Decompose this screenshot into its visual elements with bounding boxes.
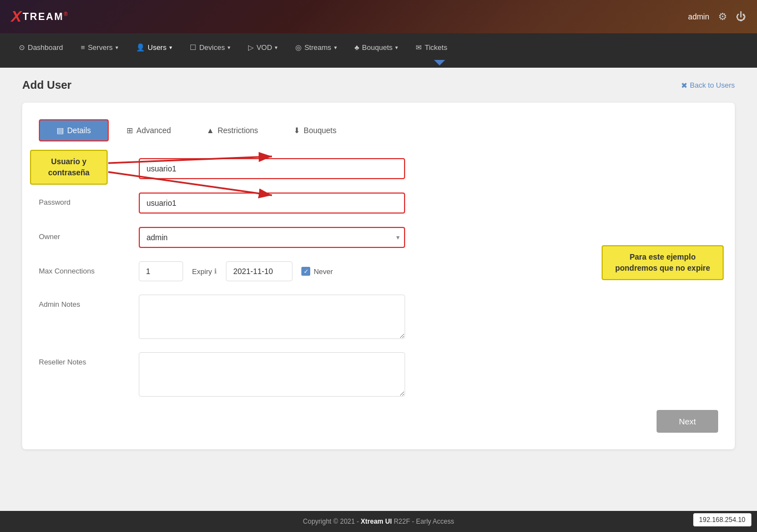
owner-label: Owner (39, 227, 139, 241)
admin-label: admin (688, 12, 709, 21)
devices-icon: ☐ (190, 43, 196, 52)
footer-brand: Xtream UI (361, 518, 392, 525)
footer-version: R22F - Early Access (393, 518, 454, 525)
password-input[interactable] (139, 192, 405, 214)
password-label: Password (39, 192, 139, 206)
chevron-down-icon: ▾ (395, 44, 398, 50)
nav-item-bouquets[interactable]: ♣ Bouquets ▾ (347, 39, 406, 56)
nav-item-servers[interactable]: ≡ Servers ▾ (73, 39, 126, 56)
owner-select[interactable]: admin (139, 227, 405, 248)
page-header: Add User ✖ Back to Users (22, 79, 735, 92)
main-content: Usuario y contraseña Para este ejemplo p… (0, 68, 757, 511)
gear-icon[interactable]: ⚙ (718, 11, 727, 23)
nav-item-devices[interactable]: ☐ Devices ▾ (182, 39, 238, 56)
tab-restrictions[interactable]: ▲ Restrictions (189, 119, 276, 141)
nav-item-users[interactable]: 👤 Users ▾ (128, 39, 180, 56)
nav-label-servers: Servers (88, 43, 113, 52)
tab-details-label: Details (67, 126, 91, 135)
nav: ⊙ Dashboard ≡ Servers ▾ 👤 Users ▾ ☐ Devi… (0, 33, 757, 61)
back-icon: ✖ (681, 81, 688, 90)
tab-restrictions-label: Restrictions (218, 126, 258, 135)
dashboard-icon: ⊙ (19, 43, 25, 52)
header: X TREAM® admin ⚙ ⏻ (0, 0, 757, 33)
nav-label-devices: Devices (199, 43, 225, 52)
logo-x-letter: X (11, 8, 22, 26)
chevron-down-icon: ▾ (228, 44, 230, 50)
owner-control: admin ▾ (139, 227, 405, 248)
owner-select-wrapper: admin ▾ (139, 227, 405, 248)
username-row: Username (39, 158, 718, 179)
nav-indicator (0, 61, 757, 68)
max-connections-input[interactable] (139, 261, 183, 281)
expiry-input[interactable] (226, 261, 292, 281)
form-footer: Next (39, 410, 718, 433)
tickets-icon: ✉ (416, 43, 422, 52)
nav-label-users: Users (148, 43, 166, 52)
chevron-down-icon: ▾ (334, 44, 337, 50)
bouquets-tab-icon: ⬇ (294, 126, 300, 135)
nav-label-tickets: Tickets (425, 43, 447, 52)
next-button[interactable]: Next (657, 410, 718, 433)
username-input[interactable] (139, 158, 405, 179)
reseller-notes-textarea[interactable] (139, 352, 405, 397)
username-control (139, 158, 405, 179)
form-tabs: ▤ Details ⊞ Advanced ▲ Restrictions ⬇ Bo… (39, 119, 718, 141)
tab-advanced[interactable]: ⊞ Advanced (109, 119, 189, 141)
servers-icon: ≡ (81, 43, 85, 52)
annotation-user-pass: Usuario y contraseña (30, 150, 108, 185)
logo: X TREAM® (11, 8, 69, 26)
expiry-info-icon: ℹ (214, 267, 217, 275)
expiry-label: Expiry ℹ (192, 267, 217, 276)
page-title: Add User (22, 79, 72, 92)
chevron-down-icon: ▾ (169, 44, 172, 50)
nav-label-bouquets: Bouquets (362, 43, 392, 52)
nav-label-vod: VOD (256, 43, 272, 52)
never-label: Never (314, 267, 333, 276)
nav-item-vod[interactable]: ▷ VOD ▾ (240, 39, 285, 56)
tab-details[interactable]: ▤ Details (39, 119, 109, 141)
page-footer: Copyright © 2021 - Xtream UI R22F - Earl… (0, 511, 757, 532)
chevron-down-icon: ▾ (115, 44, 118, 50)
nav-item-streams[interactable]: ◎ Streams ▾ (287, 39, 344, 56)
admin-notes-label: Admin Notes (39, 295, 139, 308)
ip-badge: 192.168.254.10 (693, 513, 751, 526)
details-tab-icon: ▤ (57, 126, 64, 135)
never-checkbox[interactable]: ✓ (301, 267, 310, 276)
annotation-expiry: Para este ejemplo pondremos que no expir… (602, 245, 724, 280)
chevron-down-icon: ▾ (275, 44, 277, 50)
never-checkbox-group: ✓ Never (301, 267, 333, 276)
admin-notes-textarea[interactable] (139, 295, 405, 339)
admin-notes-row: Admin Notes (39, 295, 718, 339)
password-row: Password (39, 192, 718, 214)
back-to-users-link[interactable]: ✖ Back to Users (681, 81, 735, 90)
bouquets-icon: ♣ (355, 43, 360, 52)
streams-icon: ◎ (295, 43, 301, 52)
vod-icon: ▷ (248, 43, 254, 52)
advanced-tab-icon: ⊞ (127, 126, 133, 135)
nav-label-streams: Streams (304, 43, 331, 52)
tab-advanced-label: Advanced (137, 126, 171, 135)
header-right: admin ⚙ ⏻ (688, 11, 746, 23)
nav-label-dashboard: Dashboard (28, 43, 63, 52)
reseller-notes-label: Reseller Notes (39, 352, 139, 366)
tab-bouquets-label: Bouquets (304, 126, 336, 135)
password-control (139, 192, 405, 214)
nav-item-tickets[interactable]: ✉ Tickets (408, 39, 455, 56)
tab-bouquets[interactable]: ⬇ Bouquets (276, 119, 354, 141)
logo-text: TREAM® (23, 11, 69, 23)
reseller-notes-row: Reseller Notes (39, 352, 718, 397)
nav-active-arrow (434, 60, 445, 65)
users-icon: 👤 (136, 43, 145, 52)
restrictions-tab-icon: ▲ (206, 126, 214, 135)
footer-copyright: Copyright © 2021 - (303, 518, 361, 525)
power-icon[interactable]: ⏻ (736, 11, 746, 23)
max-connections-label: Max Connections (39, 261, 139, 275)
nav-item-dashboard[interactable]: ⊙ Dashboard (11, 39, 71, 56)
